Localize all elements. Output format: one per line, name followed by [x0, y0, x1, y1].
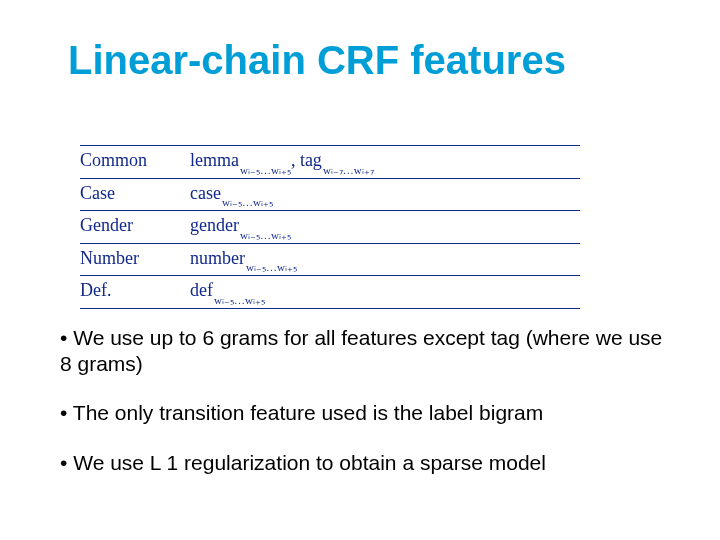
feat-range: wᵢ₋₅…wᵢ₊₅ [239, 164, 291, 176]
bullet-item: • We use up to 6 grams for all features … [60, 325, 670, 376]
bullet-item: • The only transition feature used is th… [60, 400, 670, 426]
bullet-list: • We use up to 6 grams for all features … [60, 325, 670, 499]
bullet-item: • We use L 1 regularization to obtain a … [60, 450, 670, 476]
row-label: Gender [80, 215, 190, 236]
table-row: Common lemmawᵢ₋₅…wᵢ₊₅, tagwᵢ₋₇…wᵢ₊₇ [80, 145, 580, 179]
feat-name: lemma [190, 150, 239, 170]
feat-range: wᵢ₋₅…wᵢ₊₅ [213, 294, 265, 306]
table-row: Number numberwᵢ₋₅…wᵢ₊₅ [80, 244, 580, 277]
table-row: Case casewᵢ₋₅…wᵢ₊₅ [80, 179, 580, 212]
row-label: Def. [80, 280, 190, 301]
row-features: defwᵢ₋₅…wᵢ₊₅ [190, 280, 580, 304]
feat-range: wᵢ₋₅…wᵢ₊₅ [221, 196, 273, 208]
feat-range: wᵢ₋₇…wᵢ₊₇ [322, 164, 374, 176]
row-features: casewᵢ₋₅…wᵢ₊₅ [190, 183, 580, 207]
row-features: genderwᵢ₋₅…wᵢ₊₅ [190, 215, 580, 239]
row-features: numberwᵢ₋₅…wᵢ₊₅ [190, 248, 580, 272]
slide: Linear-chain CRF features Common lemmawᵢ… [0, 0, 720, 540]
feat-range: wᵢ₋₅…wᵢ₊₅ [245, 261, 297, 273]
row-label: Case [80, 183, 190, 204]
feat-name: number [190, 248, 245, 268]
slide-title: Linear-chain CRF features [68, 38, 566, 83]
row-label: Common [80, 150, 190, 171]
feat-range: wᵢ₋₅…wᵢ₊₅ [239, 229, 291, 241]
row-label: Number [80, 248, 190, 269]
feat-name: tag [300, 150, 322, 170]
feat-name: case [190, 183, 221, 203]
table-row: Gender genderwᵢ₋₅…wᵢ₊₅ [80, 211, 580, 244]
feat-name: def [190, 280, 213, 300]
feat-name: gender [190, 215, 239, 235]
row-features: lemmawᵢ₋₅…wᵢ₊₅, tagwᵢ₋₇…wᵢ₊₇ [190, 150, 580, 174]
table-row: Def. defwᵢ₋₅…wᵢ₊₅ [80, 276, 580, 309]
feature-table: Common lemmawᵢ₋₅…wᵢ₊₅, tagwᵢ₋₇…wᵢ₊₇ Case… [80, 145, 580, 309]
